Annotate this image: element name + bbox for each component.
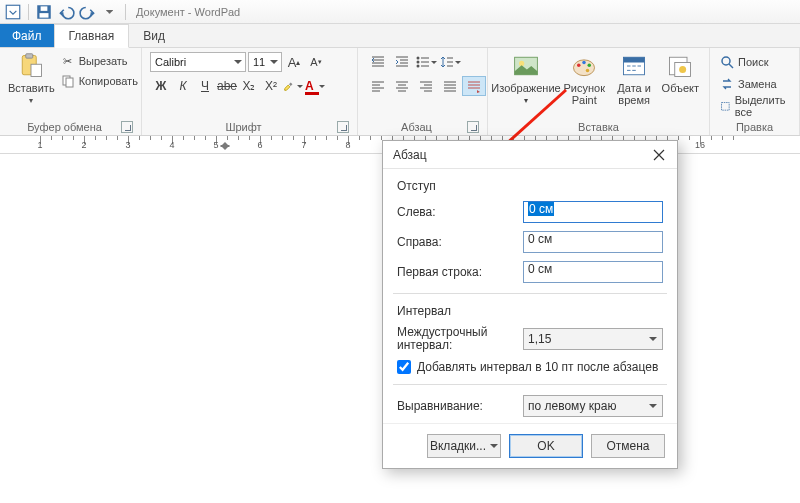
- svg-rect-8: [66, 78, 73, 87]
- replace-icon: [720, 77, 734, 91]
- svg-rect-25: [722, 102, 730, 110]
- bold-button[interactable]: Ж: [150, 76, 172, 96]
- svg-point-24: [722, 57, 730, 65]
- clipboard-launcher-icon[interactable]: [121, 121, 133, 133]
- left-indent-marker[interactable]: [220, 145, 230, 154]
- align-justify-icon[interactable]: [438, 76, 462, 96]
- undo-icon[interactable]: [57, 3, 75, 21]
- add-space-checkbox-input[interactable]: [397, 360, 411, 374]
- dialog-separator-1: [393, 293, 667, 294]
- tab-view[interactable]: Вид: [129, 24, 180, 47]
- tab-home[interactable]: Главная: [54, 24, 130, 48]
- italic-button[interactable]: К: [172, 76, 194, 96]
- group-insert: Изображение▾ Рисунок Paint Дата и время …: [488, 48, 710, 135]
- font-color-button[interactable]: A: [304, 76, 326, 96]
- select-all-button[interactable]: Выделить все: [718, 96, 791, 116]
- svg-rect-20: [624, 57, 645, 62]
- font-name-combo[interactable]: Calibri: [150, 52, 246, 72]
- group-label-font: Шрифт: [150, 119, 337, 133]
- subscript-button[interactable]: X₂: [238, 76, 260, 96]
- add-space-checkbox[interactable]: Добавлять интервал в 10 пт после абзацев: [397, 360, 663, 374]
- svg-point-16: [583, 61, 587, 65]
- paste-label: Вставить: [8, 82, 55, 94]
- close-icon[interactable]: [647, 143, 671, 167]
- ruler-number: 7: [301, 140, 306, 150]
- cancel-button[interactable]: Отмена: [591, 434, 665, 458]
- qat-separator: [28, 4, 29, 20]
- dialog-titlebar[interactable]: Абзац: [383, 141, 677, 169]
- underline-button[interactable]: Ч: [194, 76, 216, 96]
- cut-button[interactable]: ✂ Вырезать: [59, 52, 140, 70]
- svg-rect-0: [6, 5, 20, 19]
- ruler-number: 1: [37, 140, 42, 150]
- insert-datetime-button[interactable]: Дата и время: [613, 52, 656, 106]
- line-spacing-icon[interactable]: [438, 52, 462, 72]
- ok-button[interactable]: OK: [509, 434, 583, 458]
- ruler-number: 2: [81, 140, 86, 150]
- align-right-icon[interactable]: [414, 76, 438, 96]
- group-paragraph: Абзац: [358, 48, 488, 135]
- align-center-icon[interactable]: [390, 76, 414, 96]
- search-icon: [720, 55, 734, 69]
- ribbon: Вставить ▾ ✂ Вырезать Копировать Буфер о…: [0, 48, 800, 136]
- insert-paint-button[interactable]: Рисунок Paint: [560, 52, 609, 106]
- svg-point-23: [679, 66, 686, 73]
- save-icon[interactable]: [35, 3, 53, 21]
- group-font: Calibri 11 A▴ A▾ Ж К Ч abe X₂ X² A: [142, 48, 358, 135]
- svg-rect-2: [41, 6, 48, 11]
- dialog-title: Абзац: [393, 148, 427, 162]
- svg-rect-3: [40, 13, 49, 18]
- paragraph-launcher-icon[interactable]: [467, 121, 479, 133]
- group-label-edit: Правка: [718, 119, 791, 133]
- line-spacing-select[interactable]: 1,15: [523, 328, 663, 350]
- shrink-font-icon[interactable]: A▾: [306, 52, 326, 72]
- increase-indent-icon[interactable]: [390, 52, 414, 72]
- svg-point-9: [417, 57, 420, 60]
- paragraph-dialog-icon[interactable]: [462, 76, 486, 96]
- tabs-button[interactable]: Вкладки...: [427, 434, 501, 458]
- svg-point-17: [588, 63, 592, 67]
- superscript-button[interactable]: X²: [260, 76, 282, 96]
- insert-image-button[interactable]: Изображение▾: [496, 52, 556, 105]
- bullets-icon[interactable]: [414, 52, 438, 72]
- grow-font-icon[interactable]: A▴: [284, 52, 304, 72]
- document-title: Документ - WordPad: [136, 6, 240, 18]
- svg-point-10: [417, 61, 420, 64]
- strike-button[interactable]: abe: [216, 76, 238, 96]
- group-label-insert: Вставка: [496, 119, 701, 133]
- scissors-icon: ✂: [61, 54, 75, 68]
- first-line-label: Первая строка:: [397, 265, 515, 279]
- first-line-input[interactable]: 0 см: [523, 261, 663, 283]
- paste-button[interactable]: Вставить ▾: [8, 52, 55, 105]
- font-launcher-icon[interactable]: [337, 121, 349, 133]
- group-edit: Поиск Замена Выделить все Правка: [710, 48, 800, 135]
- ruler-number: 4: [169, 140, 174, 150]
- alignment-select[interactable]: по левому краю: [523, 395, 663, 417]
- replace-button[interactable]: Замена: [718, 74, 791, 94]
- qat-dropdown-icon[interactable]: [4, 3, 22, 21]
- qat-customize-icon[interactable]: ⏷: [101, 3, 119, 21]
- highlight-button[interactable]: [282, 76, 304, 96]
- copy-button[interactable]: Копировать: [59, 72, 140, 90]
- align-left-icon[interactable]: [366, 76, 390, 96]
- find-button[interactable]: Поиск: [718, 52, 791, 72]
- right-indent-input[interactable]: 0 см: [523, 231, 663, 253]
- left-indent-input[interactable]: 0 см: [523, 201, 663, 223]
- svg-point-15: [577, 63, 581, 67]
- insert-object-button[interactable]: Объект: [660, 52, 701, 94]
- svg-point-11: [417, 65, 420, 68]
- ruler-number: 5: [213, 140, 218, 150]
- redo-icon[interactable]: [79, 3, 97, 21]
- svg-point-18: [586, 69, 590, 73]
- group-clipboard: Вставить ▾ ✂ Вырезать Копировать Буфер о…: [0, 48, 142, 135]
- tab-file[interactable]: Файл: [0, 24, 54, 47]
- ruler-number: 3: [125, 140, 130, 150]
- title-bar: ⏷ Документ - WordPad: [0, 0, 800, 24]
- group-label-paragraph: Абзац: [366, 119, 467, 133]
- decrease-indent-icon[interactable]: [366, 52, 390, 72]
- svg-rect-6: [31, 64, 42, 76]
- font-size-combo[interactable]: 11: [248, 52, 282, 72]
- ruler-number: 16: [695, 140, 705, 150]
- alignment-label: Выравнивание:: [397, 399, 515, 413]
- right-indent-label: Справа:: [397, 235, 515, 249]
